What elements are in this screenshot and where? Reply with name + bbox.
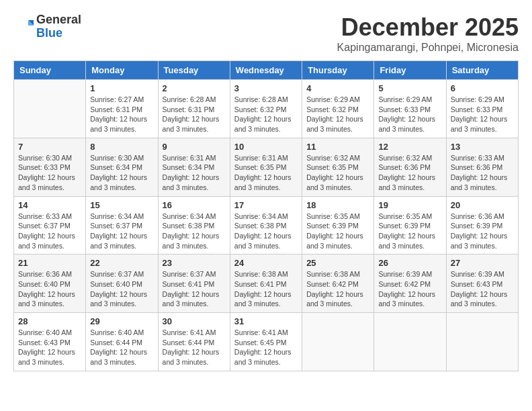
day-number: 2 bbox=[163, 83, 226, 93]
calendar-cell: 15Sunrise: 6:34 AM Sunset: 6:37 PM Dayli… bbox=[86, 196, 158, 255]
day-info: Sunrise: 6:36 AM Sunset: 6:40 PM Dayligh… bbox=[18, 269, 81, 309]
calendar-cell: 2Sunrise: 6:28 AM Sunset: 6:31 PM Daylig… bbox=[158, 80, 230, 138]
day-number: 10 bbox=[234, 142, 298, 152]
header-saturday: Saturday bbox=[446, 61, 518, 80]
header-wednesday: Wednesday bbox=[230, 61, 302, 80]
calendar-cell: 21Sunrise: 6:36 AM Sunset: 6:40 PM Dayli… bbox=[14, 255, 86, 313]
day-info: Sunrise: 6:31 AM Sunset: 6:34 PM Dayligh… bbox=[163, 153, 226, 193]
calendar-cell bbox=[14, 80, 86, 138]
day-info: Sunrise: 6:34 AM Sunset: 6:38 PM Dayligh… bbox=[234, 212, 298, 251]
day-info: Sunrise: 6:35 AM Sunset: 6:39 PM Dayligh… bbox=[378, 212, 441, 251]
calendar-cell: 20Sunrise: 6:36 AM Sunset: 6:39 PM Dayli… bbox=[446, 196, 518, 255]
day-info: Sunrise: 6:40 AM Sunset: 6:43 PM Dayligh… bbox=[18, 328, 81, 367]
day-info: Sunrise: 6:27 AM Sunset: 6:31 PM Dayligh… bbox=[90, 95, 153, 134]
month-title: December 2025 bbox=[337, 13, 519, 42]
day-info: Sunrise: 6:34 AM Sunset: 6:37 PM Dayligh… bbox=[90, 212, 153, 251]
calendar-cell: 18Sunrise: 6:35 AM Sunset: 6:39 PM Dayli… bbox=[302, 196, 374, 255]
header-monday: Monday bbox=[86, 61, 158, 80]
day-info: Sunrise: 6:28 AM Sunset: 6:31 PM Dayligh… bbox=[163, 95, 226, 134]
day-number: 9 bbox=[163, 142, 226, 152]
header-tuesday: Tuesday bbox=[158, 61, 230, 80]
day-info: Sunrise: 6:41 AM Sunset: 6:45 PM Dayligh… bbox=[234, 328, 298, 367]
day-number: 24 bbox=[234, 258, 298, 268]
day-number: 22 bbox=[90, 258, 153, 268]
day-number: 27 bbox=[451, 258, 514, 268]
calendar-cell: 3Sunrise: 6:28 AM Sunset: 6:32 PM Daylig… bbox=[230, 80, 302, 138]
day-number: 8 bbox=[90, 142, 153, 152]
title-section: December 2025 Kapingamarangi, Pohnpei, M… bbox=[337, 13, 519, 54]
day-number: 28 bbox=[18, 316, 81, 326]
day-info: Sunrise: 6:38 AM Sunset: 6:42 PM Dayligh… bbox=[306, 269, 369, 309]
day-number: 20 bbox=[451, 200, 514, 210]
calendar-cell bbox=[446, 313, 518, 371]
calendar-cell: 19Sunrise: 6:35 AM Sunset: 6:39 PM Dayli… bbox=[374, 196, 446, 255]
day-info: Sunrise: 6:30 AM Sunset: 6:33 PM Dayligh… bbox=[18, 153, 81, 193]
day-number: 21 bbox=[18, 258, 81, 268]
day-info: Sunrise: 6:29 AM Sunset: 6:32 PM Dayligh… bbox=[306, 95, 369, 134]
day-info: Sunrise: 6:37 AM Sunset: 6:40 PM Dayligh… bbox=[90, 269, 153, 309]
calendar-cell: 1Sunrise: 6:27 AM Sunset: 6:31 PM Daylig… bbox=[86, 80, 158, 138]
day-number: 6 bbox=[451, 83, 514, 93]
calendar-week-row: 7Sunrise: 6:30 AM Sunset: 6:33 PM Daylig… bbox=[14, 138, 519, 196]
day-info: Sunrise: 6:33 AM Sunset: 6:37 PM Dayligh… bbox=[18, 212, 81, 251]
calendar-cell: 10Sunrise: 6:31 AM Sunset: 6:35 PM Dayli… bbox=[230, 138, 302, 196]
calendar-cell: 9Sunrise: 6:31 AM Sunset: 6:34 PM Daylig… bbox=[158, 138, 230, 196]
day-number: 31 bbox=[234, 316, 298, 326]
day-number: 14 bbox=[18, 200, 81, 210]
day-number: 4 bbox=[306, 83, 369, 93]
day-info: Sunrise: 6:32 AM Sunset: 6:35 PM Dayligh… bbox=[306, 153, 369, 193]
calendar-cell: 5Sunrise: 6:29 AM Sunset: 6:33 PM Daylig… bbox=[374, 80, 446, 138]
calendar-cell: 14Sunrise: 6:33 AM Sunset: 6:37 PM Dayli… bbox=[14, 196, 86, 255]
day-info: Sunrise: 6:28 AM Sunset: 6:32 PM Dayligh… bbox=[234, 95, 298, 134]
day-info: Sunrise: 6:32 AM Sunset: 6:36 PM Dayligh… bbox=[378, 153, 441, 193]
calendar-cell: 23Sunrise: 6:37 AM Sunset: 6:41 PM Dayli… bbox=[158, 255, 230, 313]
header-thursday: Thursday bbox=[302, 61, 374, 80]
day-number: 1 bbox=[90, 83, 153, 93]
calendar-cell: 8Sunrise: 6:30 AM Sunset: 6:34 PM Daylig… bbox=[86, 138, 158, 196]
calendar-cell: 26Sunrise: 6:39 AM Sunset: 6:42 PM Dayli… bbox=[374, 255, 446, 313]
day-info: Sunrise: 6:38 AM Sunset: 6:41 PM Dayligh… bbox=[234, 269, 298, 309]
svg-rect-0 bbox=[13, 17, 34, 37]
day-info: Sunrise: 6:41 AM Sunset: 6:44 PM Dayligh… bbox=[163, 328, 226, 367]
calendar-cell: 30Sunrise: 6:41 AM Sunset: 6:44 PM Dayli… bbox=[158, 313, 230, 371]
day-number: 25 bbox=[306, 258, 369, 268]
calendar-cell: 25Sunrise: 6:38 AM Sunset: 6:42 PM Dayli… bbox=[302, 255, 374, 313]
day-number: 29 bbox=[90, 316, 153, 326]
calendar-cell: 6Sunrise: 6:29 AM Sunset: 6:33 PM Daylig… bbox=[446, 80, 518, 138]
day-number: 18 bbox=[306, 200, 369, 210]
day-number: 11 bbox=[306, 142, 369, 152]
page-header: General Blue December 2025 Kapingamarang… bbox=[13, 13, 519, 54]
day-number: 3 bbox=[234, 83, 298, 93]
calendar-cell bbox=[374, 313, 446, 371]
day-info: Sunrise: 6:29 AM Sunset: 6:33 PM Dayligh… bbox=[451, 95, 514, 134]
day-number: 12 bbox=[378, 142, 441, 152]
day-info: Sunrise: 6:33 AM Sunset: 6:36 PM Dayligh… bbox=[451, 153, 514, 193]
day-info: Sunrise: 6:30 AM Sunset: 6:34 PM Dayligh… bbox=[90, 153, 153, 193]
calendar-week-row: 21Sunrise: 6:36 AM Sunset: 6:40 PM Dayli… bbox=[14, 255, 519, 313]
logo-text: General Blue bbox=[36, 13, 81, 40]
day-info: Sunrise: 6:35 AM Sunset: 6:39 PM Dayligh… bbox=[306, 212, 369, 251]
day-number: 30 bbox=[163, 316, 226, 326]
day-number: 16 bbox=[163, 200, 226, 210]
day-info: Sunrise: 6:31 AM Sunset: 6:35 PM Dayligh… bbox=[234, 153, 298, 193]
day-number: 15 bbox=[90, 200, 153, 210]
calendar-cell: 24Sunrise: 6:38 AM Sunset: 6:41 PM Dayli… bbox=[230, 255, 302, 313]
calendar-cell: 28Sunrise: 6:40 AM Sunset: 6:43 PM Dayli… bbox=[14, 313, 86, 371]
calendar-cell: 11Sunrise: 6:32 AM Sunset: 6:35 PM Dayli… bbox=[302, 138, 374, 196]
day-info: Sunrise: 6:34 AM Sunset: 6:38 PM Dayligh… bbox=[163, 212, 226, 251]
calendar-cell: 4Sunrise: 6:29 AM Sunset: 6:32 PM Daylig… bbox=[302, 80, 374, 138]
day-info: Sunrise: 6:40 AM Sunset: 6:44 PM Dayligh… bbox=[90, 328, 153, 367]
logo-blue: Blue bbox=[36, 27, 81, 40]
day-number: 13 bbox=[451, 142, 514, 152]
logo: General Blue bbox=[13, 13, 81, 40]
day-info: Sunrise: 6:39 AM Sunset: 6:42 PM Dayligh… bbox=[378, 269, 441, 309]
day-info: Sunrise: 6:39 AM Sunset: 6:43 PM Dayligh… bbox=[451, 269, 514, 309]
logo-general: General bbox=[36, 13, 81, 27]
day-info: Sunrise: 6:37 AM Sunset: 6:41 PM Dayligh… bbox=[163, 269, 226, 309]
calendar-cell: 22Sunrise: 6:37 AM Sunset: 6:40 PM Dayli… bbox=[86, 255, 158, 313]
day-number: 26 bbox=[378, 258, 441, 268]
calendar-cell: 31Sunrise: 6:41 AM Sunset: 6:45 PM Dayli… bbox=[230, 313, 302, 371]
calendar-cell: 16Sunrise: 6:34 AM Sunset: 6:38 PM Dayli… bbox=[158, 196, 230, 255]
day-info: Sunrise: 6:29 AM Sunset: 6:33 PM Dayligh… bbox=[378, 95, 441, 134]
header-friday: Friday bbox=[374, 61, 446, 80]
